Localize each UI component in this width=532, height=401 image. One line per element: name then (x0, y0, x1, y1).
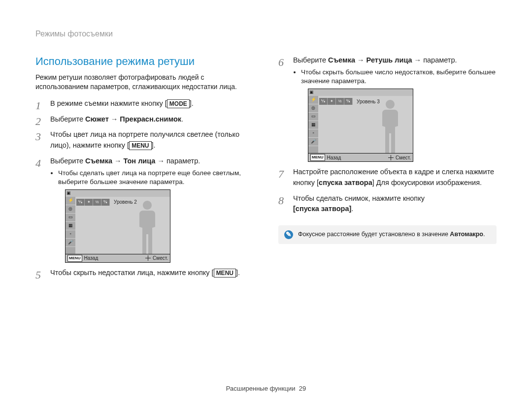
step-text: Чтобы скрыть недостатки лица, нажмите кн… (50, 269, 214, 277)
step-text: ] Для фокусировки изображения. (372, 179, 482, 186)
columns: Использование режима ретуши Режим ретуши… (35, 55, 497, 283)
steps-list-left: 1 В режиме съемки нажмите кнопку [MODE].… (35, 98, 254, 278)
screenshot-body: ⚡ ◎ ▭ ▦ ▫ 🎤 ⅟₃ (308, 96, 413, 153)
step-text-bold: Съемка → Тон лица (85, 157, 155, 165)
menu-button-label: MENU (129, 141, 151, 150)
info-note: ✎ Фокусное расстояние будет установлено … (278, 225, 497, 244)
sub-item: Чтобы сделать цвет лица на портрете еще … (58, 169, 254, 186)
level-selector: ⅟₃ ✦ ½ ⅔ Уровень 3 (319, 98, 383, 105)
level-cell: ½ (93, 199, 101, 206)
level-cells: ⅟₃ ✦ ½ ⅔ (319, 98, 353, 105)
menu-button-label: MENU (214, 269, 236, 278)
note-text-a: Фокусное расстояние будет установлено в … (298, 231, 450, 238)
intro-text: Режим ретуши позволяет фотографировать л… (35, 73, 254, 92)
screenshot-main: ⅟₃ ✦ ½ ⅔ Уровень 2 (75, 197, 170, 254)
step-text: Выберите (50, 115, 85, 123)
step-text: . (351, 205, 353, 213)
step-number: 2 (35, 113, 41, 129)
mode-button-label: MODE (167, 99, 190, 108)
step-text: Выберите (50, 157, 85, 165)
screenshot-main: ⅟₃ ✦ ½ ⅔ Уровень 3 (318, 96, 413, 153)
level-cell: ⅟₃ (319, 98, 328, 105)
breadcrumb: Режимы фотосъемки (35, 30, 497, 38)
person-silhouette-icon (133, 200, 162, 254)
step-number: 3 (35, 128, 41, 145)
step-number: 5 (35, 267, 41, 283)
step-6: 6 Выберите Съемка → Ретушь лица → параме… (278, 55, 497, 162)
section-title: Использование режима ретуши (35, 55, 254, 68)
grid-icon: ▦ (66, 222, 75, 230)
level-cells: ⅟₃ ✦ ½ ⅔ (76, 199, 110, 206)
grid-icon: ▦ (308, 121, 318, 129)
level-cell: ½ (336, 98, 344, 105)
steps-list-right: 6 Выберите Съемка → Ретушь лица → параме… (278, 55, 497, 215)
step-text-bold: Съемка → Ретушь лица (328, 56, 412, 64)
step-number: 6 (278, 54, 284, 70)
level-cell: ⅟₃ (76, 199, 85, 206)
flash-icon: ⚡ (66, 197, 75, 205)
focus-icon: ◎ (308, 104, 318, 113)
set-label: Смест. (396, 154, 411, 161)
step-text: ]. (152, 141, 156, 149)
quality-icon: ▫ (308, 129, 318, 138)
step-text: → параметр. (155, 157, 200, 165)
level-selector: ⅟₃ ✦ ½ ⅔ Уровень 2 (76, 199, 140, 206)
step-number: 4 (35, 155, 41, 171)
note-text: Фокусное расстояние будет установлено в … (298, 230, 485, 239)
screenshot-sidebar: ⚡ ◎ ▭ ▦ ▫ 🎤 (66, 197, 75, 254)
sub-list: Чтобы сделать цвет лица на портрете еще … (50, 169, 254, 186)
screenshot-sidebar: ⚡ ◎ ▭ ▦ ▫ 🎤 (308, 96, 318, 153)
flash-icon: ⚡ (308, 96, 318, 104)
voice-icon: 🎤 (308, 138, 318, 146)
step-text: . (181, 115, 183, 123)
level-cell: ✦ (328, 98, 336, 105)
step-7: 7 Настройте расположение объекта в кадре… (278, 167, 497, 188)
sub-item: Чтобы скрыть большее число недостатков, … (301, 68, 497, 86)
step-text-bold: [спуска затвора] (293, 205, 351, 213)
screenshot-bottom-bar: MENU Назад Смест. (308, 153, 413, 161)
step-text: В режиме съемки нажмите кнопку [ (50, 99, 167, 107)
note-text-b: . (483, 231, 485, 238)
level-cell: ✦ (85, 199, 93, 206)
right-column: 6 Выберите Съемка → Ретушь лица → параме… (278, 55, 497, 283)
step-number: 7 (278, 166, 284, 182)
step-2: 2 Выберите Сюжет → Прекрасн.снимок. (35, 114, 254, 125)
step-number: 1 (35, 97, 41, 114)
camera-screenshot: ▣ ⚡ ◎ ▭ ▦ ▫ 🎤 (65, 189, 170, 263)
footer-page: 29 (299, 385, 306, 392)
menu-button-label: MENU (310, 154, 325, 161)
step-text-bold: спуска затвора (319, 179, 372, 186)
left-column: Использование режима ретуши Режим ретуши… (35, 55, 254, 283)
page-footer: Расширенные функции 29 (0, 385, 532, 392)
screenshot-top-row: ▣ (308, 89, 413, 96)
step-text: Выберите (293, 56, 328, 64)
step-text: Чтобы сделать снимок, нажмите кнопку (293, 194, 425, 202)
screenshot-top-row: ▣ (66, 190, 170, 197)
step-text: ]. (190, 99, 194, 107)
back-label: Назад (84, 254, 99, 262)
note-text-bold: Автомакро (450, 231, 483, 238)
sub-list: Чтобы скрыть большее число недостатков, … (293, 68, 497, 86)
set-label: Смест. (153, 254, 168, 262)
quality-icon: ▫ (66, 230, 75, 239)
step-3: 3 Чтобы цвет лица на портрете получился … (35, 129, 254, 151)
dpad-icon (388, 155, 394, 160)
focus-icon: ◎ (66, 205, 75, 214)
mode-icon: ▣ (309, 89, 314, 96)
step-8: 8 Чтобы сделать снимок, нажмите кнопку [… (278, 193, 497, 215)
voice-icon: 🎤 (66, 239, 75, 247)
step-text: ]. (236, 269, 240, 277)
mode-icon: ▣ (66, 190, 71, 197)
person-silhouette-icon (375, 99, 405, 153)
screenshot-bottom-bar: MENU Назад Смест. (66, 254, 170, 262)
screenshot-body: ⚡ ◎ ▭ ▦ ▫ 🎤 ⅟₃ (66, 197, 170, 254)
step-4: 4 Выберите Съемка → Тон лица → параметр.… (35, 156, 254, 263)
size-icon: ▭ (308, 113, 318, 121)
step-text: → параметр. (412, 56, 457, 64)
step-number: 8 (278, 192, 284, 209)
step-1: 1 В режиме съемки нажмите кнопку [MODE]. (35, 98, 254, 109)
menu-button-label: MENU (67, 255, 82, 262)
manual-page: Режимы фотосъемки Использование режима р… (0, 0, 532, 401)
dpad-icon (145, 255, 151, 261)
back-label: Назад (327, 154, 341, 161)
